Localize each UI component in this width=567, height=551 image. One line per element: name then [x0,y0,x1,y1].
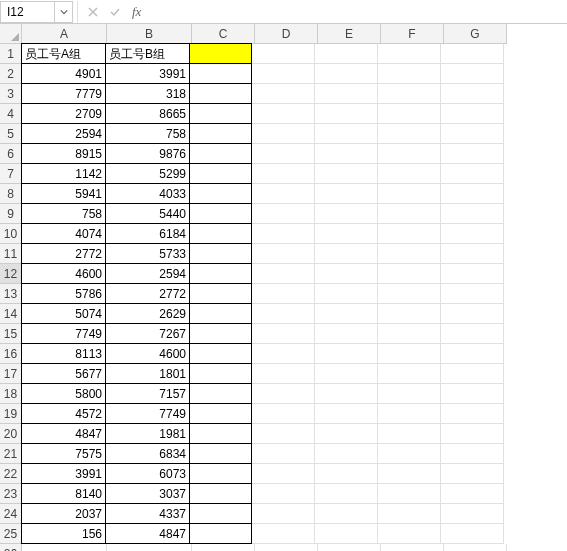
cell-F24[interactable] [378,504,441,524]
cell-B6[interactable]: 9876 [105,143,190,164]
row-header-3[interactable]: 3 [0,84,22,104]
cell-E9[interactable] [315,204,378,224]
cell-F3[interactable] [378,84,441,104]
cell-G18[interactable] [441,384,504,404]
cell-E1[interactable] [315,44,378,64]
cell-F23[interactable] [378,484,441,504]
cell-A24[interactable]: 2037 [21,503,106,524]
cell-C12[interactable] [189,263,252,284]
cell-E19[interactable] [315,404,378,424]
cell-A21[interactable]: 7575 [21,443,106,464]
cell-D2[interactable] [252,64,315,84]
row-header-10[interactable]: 10 [0,224,22,244]
cell-A11[interactable]: 2772 [21,243,106,264]
cell-F17[interactable] [378,364,441,384]
cell-C15[interactable] [189,323,252,344]
cell-B7[interactable]: 5299 [105,163,190,184]
cell-E6[interactable] [315,144,378,164]
cell-B23[interactable]: 3037 [105,483,190,504]
cell-D5[interactable] [252,124,315,144]
cell-F12[interactable] [378,264,441,284]
cell-E3[interactable] [315,84,378,104]
cell-F18[interactable] [378,384,441,404]
cell-A6[interactable]: 8915 [21,143,106,164]
cell-G3[interactable] [441,84,504,104]
cell-D13[interactable] [252,284,315,304]
row-header-6[interactable]: 6 [0,144,22,164]
cell-B17[interactable]: 1801 [105,363,190,384]
cell-F16[interactable] [378,344,441,364]
cell-G25[interactable] [441,524,504,544]
cell-G19[interactable] [441,404,504,424]
cell-F6[interactable] [378,144,441,164]
row-header-16[interactable]: 16 [0,344,22,364]
cell-D11[interactable] [252,244,315,264]
cell-A15[interactable]: 7749 [21,323,106,344]
cell-A4[interactable]: 2709 [21,103,106,124]
cell-E15[interactable] [315,324,378,344]
cell-G2[interactable] [441,64,504,84]
cell-A16[interactable]: 8113 [21,343,106,364]
cell-E21[interactable] [315,444,378,464]
select-all-corner[interactable] [0,24,22,44]
cell-G1[interactable] [441,44,504,64]
cell-G8[interactable] [441,184,504,204]
cell-E13[interactable] [315,284,378,304]
cell-D21[interactable] [252,444,315,464]
cell-E8[interactable] [315,184,378,204]
cell-B9[interactable]: 5440 [105,203,190,224]
column-header-F[interactable]: F [381,24,444,44]
cell-E14[interactable] [315,304,378,324]
row-header-19[interactable]: 19 [0,404,22,424]
cell-F2[interactable] [378,64,441,84]
cell-B10[interactable]: 6184 [105,223,190,244]
row-header-17[interactable]: 17 [0,364,22,384]
cell-B21[interactable]: 6834 [105,443,190,464]
cell-E18[interactable] [315,384,378,404]
cell-D17[interactable] [252,364,315,384]
cell-G17[interactable] [441,364,504,384]
row-header-8[interactable]: 8 [0,184,22,204]
cell-F21[interactable] [378,444,441,464]
cell-G14[interactable] [441,304,504,324]
cell-G7[interactable] [441,164,504,184]
cell-F7[interactable] [378,164,441,184]
cell-A13[interactable]: 5786 [21,283,106,304]
cell-D7[interactable] [252,164,315,184]
row-header-25[interactable]: 25 [0,524,22,544]
cell-G15[interactable] [441,324,504,344]
cell-B18[interactable]: 7157 [105,383,190,404]
cell-B26[interactable] [107,544,192,551]
cell-A25[interactable]: 156 [21,523,106,544]
cell-F19[interactable] [378,404,441,424]
cell-D23[interactable] [252,484,315,504]
cell-F4[interactable] [378,104,441,124]
cell-D1[interactable] [252,44,315,64]
row-header-23[interactable]: 23 [0,484,22,504]
cell-E11[interactable] [315,244,378,264]
cell-C5[interactable] [189,123,252,144]
cell-F13[interactable] [378,284,441,304]
cell-D14[interactable] [252,304,315,324]
row-header-15[interactable]: 15 [0,324,22,344]
row-header-12[interactable]: 12 [0,264,22,284]
cell-E24[interactable] [315,504,378,524]
cell-A5[interactable]: 2594 [21,123,106,144]
name-box[interactable]: I12 [0,1,55,23]
cell-C17[interactable] [189,363,252,384]
cell-G24[interactable] [441,504,504,524]
cell-B14[interactable]: 2629 [105,303,190,324]
fx-button[interactable]: fx [126,4,147,20]
cell-D4[interactable] [252,104,315,124]
cell-A2[interactable]: 4901 [21,63,106,84]
cell-D6[interactable] [252,144,315,164]
cell-B24[interactable]: 4337 [105,503,190,524]
cell-F26[interactable] [381,544,444,551]
cell-F1[interactable] [378,44,441,64]
cell-A14[interactable]: 5074 [21,303,106,324]
cell-C4[interactable] [189,103,252,124]
cell-A22[interactable]: 3991 [21,463,106,484]
cell-A10[interactable]: 4074 [21,223,106,244]
cell-C13[interactable] [189,283,252,304]
column-header-D[interactable]: D [255,24,318,44]
